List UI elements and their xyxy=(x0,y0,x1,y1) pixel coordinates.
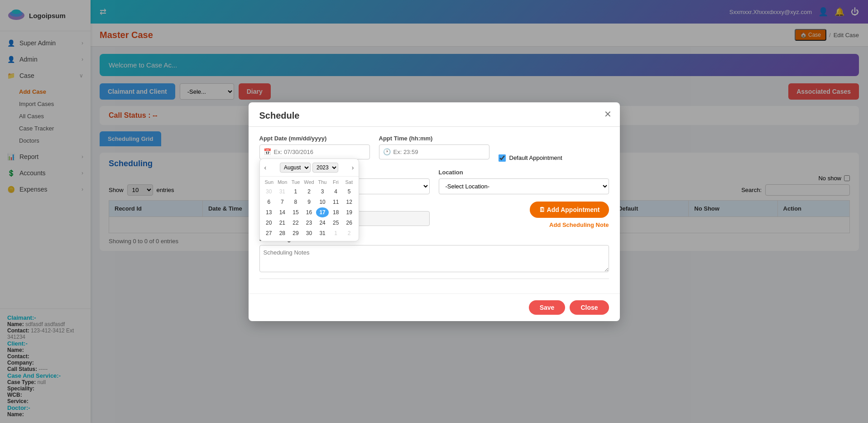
appt-time-input[interactable] xyxy=(391,145,485,159)
cal-day-10[interactable]: 10 xyxy=(316,197,329,207)
cal-day-11[interactable]: 11 xyxy=(329,197,342,207)
cal-day-13[interactable]: 13 xyxy=(263,207,276,217)
cal-day-7[interactable]: 7 xyxy=(276,197,289,207)
cal-days-header: Sun Mon Tue Wed Thu Fri Sat xyxy=(263,179,356,185)
clock-icon: 🕐 xyxy=(383,148,391,155)
cal-day-14[interactable]: 14 xyxy=(276,207,289,217)
modal-header: Schedule ✕ xyxy=(249,102,620,127)
section-divider xyxy=(259,279,609,279)
modal-body: Appt Date (mm/dd/yyyy) 📅 ‹ August xyxy=(249,127,620,293)
calendar-icon: 📅 xyxy=(264,148,271,155)
cal-header: ‹ August 2023 › xyxy=(260,159,359,177)
cal-day-3[interactable]: 3 xyxy=(316,187,329,197)
modal-title: Schedule xyxy=(259,111,300,120)
cal-day-26[interactable]: 26 xyxy=(343,218,356,228)
cal-day-8[interactable]: 8 xyxy=(289,197,302,207)
appt-date-input[interactable] xyxy=(271,145,366,159)
cal-day-18[interactable]: 18 xyxy=(329,207,342,217)
cal-day-15[interactable]: 15 xyxy=(289,207,302,217)
cal-day-4[interactable]: 4 xyxy=(329,187,342,197)
appt-date-input-wrap: 📅 xyxy=(259,144,370,159)
cal-month-year: August 2023 xyxy=(280,163,338,173)
cal-grid: Sun Mon Tue Wed Thu Fri Sat 30 xyxy=(260,177,359,241)
cal-day-16[interactable]: 16 xyxy=(302,207,316,217)
day-header-sun: Sun xyxy=(263,179,276,185)
default-appointment-wrap: Default Appointment xyxy=(499,154,609,162)
default-appointment-label: Default Appointment xyxy=(509,154,562,161)
cal-day-30[interactable]: 30 xyxy=(302,228,316,238)
cal-day-21[interactable]: 21 xyxy=(276,218,289,228)
cal-prev-button[interactable]: ‹ xyxy=(264,164,267,171)
cal-year-select[interactable]: 2023 xyxy=(312,163,338,173)
location-label: Location xyxy=(439,169,609,176)
day-header-wed: Wed xyxy=(302,179,316,185)
schedule-modal: Schedule ✕ Appt Date (mm/dd/yyyy) 📅 ‹ xyxy=(249,102,620,321)
cal-day-20[interactable]: 20 xyxy=(263,218,276,228)
location-select[interactable]: -Select Location- xyxy=(439,178,609,194)
modal-overlay[interactable]: Schedule ✕ Appt Date (mm/dd/yyyy) 📅 ‹ xyxy=(0,0,868,423)
cal-day-17-today[interactable]: 17 xyxy=(316,207,329,217)
save-button[interactable]: Save xyxy=(529,300,566,315)
cal-day-12[interactable]: 12 xyxy=(343,197,356,207)
right-action-col: 🗓 Add Appointment Add Scheduling Note xyxy=(439,202,609,228)
cal-day-28[interactable]: 28 xyxy=(276,228,289,238)
cal-day-22[interactable]: 22 xyxy=(289,218,302,228)
cal-day-2-sep[interactable]: 2 xyxy=(343,228,356,238)
cal-day-5[interactable]: 5 xyxy=(343,187,356,197)
day-header-mon: Mon xyxy=(276,179,289,185)
close-modal-button[interactable]: Close xyxy=(570,300,609,315)
cal-day-1[interactable]: 1 xyxy=(289,187,302,197)
appt-date-label: Appt Date (mm/dd/yyyy) xyxy=(259,135,370,142)
scheduling-notes-textarea[interactable] xyxy=(259,245,609,272)
add-scheduling-note-button[interactable]: Add Scheduling Note xyxy=(549,221,609,228)
cal-day-6[interactable]: 6 xyxy=(263,197,276,207)
cal-month-select[interactable]: August xyxy=(280,163,311,173)
cal-day-27[interactable]: 27 xyxy=(263,228,276,238)
day-header-thu: Thu xyxy=(316,179,329,185)
cal-day-29[interactable]: 29 xyxy=(289,228,302,238)
cal-day-19[interactable]: 19 xyxy=(343,207,356,217)
cal-day-31[interactable]: 31 xyxy=(316,228,329,238)
appt-time-group: Appt Time (hh:mm) 🕐 xyxy=(379,135,489,162)
cal-day-30-jul[interactable]: 30 xyxy=(263,187,276,197)
cal-day-23[interactable]: 23 xyxy=(302,218,316,228)
calendar-popup: ‹ August 2023 › xyxy=(259,159,359,241)
appt-date-group: Appt Date (mm/dd/yyyy) 📅 ‹ August xyxy=(259,135,370,162)
cal-day-1-sep[interactable]: 1 xyxy=(329,228,342,238)
appt-time-input-wrap: 🕐 xyxy=(379,144,489,159)
appt-time-label: Appt Time (hh:mm) xyxy=(379,135,489,142)
day-header-fri: Fri xyxy=(329,179,342,185)
modal-close-button[interactable]: ✕ xyxy=(604,109,612,120)
day-header-tue: Tue xyxy=(289,179,302,185)
day-header-sat: Sat xyxy=(342,179,355,185)
modal-footer: Save Close xyxy=(249,293,620,321)
cal-day-24[interactable]: 24 xyxy=(316,218,329,228)
cal-day-2[interactable]: 2 xyxy=(302,187,316,197)
cal-days: 30 31 1 2 3 4 5 6 7 8 9 xyxy=(263,187,356,238)
default-appointment-group: - Default Appointment xyxy=(499,135,609,162)
cal-day-9[interactable]: 9 xyxy=(302,197,316,207)
form-row-appt: Appt Date (mm/dd/yyyy) 📅 ‹ August xyxy=(259,135,609,162)
cal-day-25[interactable]: 25 xyxy=(329,218,342,228)
location-group: Location -Select Location- xyxy=(439,169,609,194)
default-appointment-checkbox[interactable] xyxy=(499,154,506,162)
cal-next-button[interactable]: › xyxy=(352,164,354,171)
cal-day-31-jul[interactable]: 31 xyxy=(276,187,289,197)
add-appointment-button[interactable]: 🗓 Add Appointment xyxy=(530,202,609,218)
